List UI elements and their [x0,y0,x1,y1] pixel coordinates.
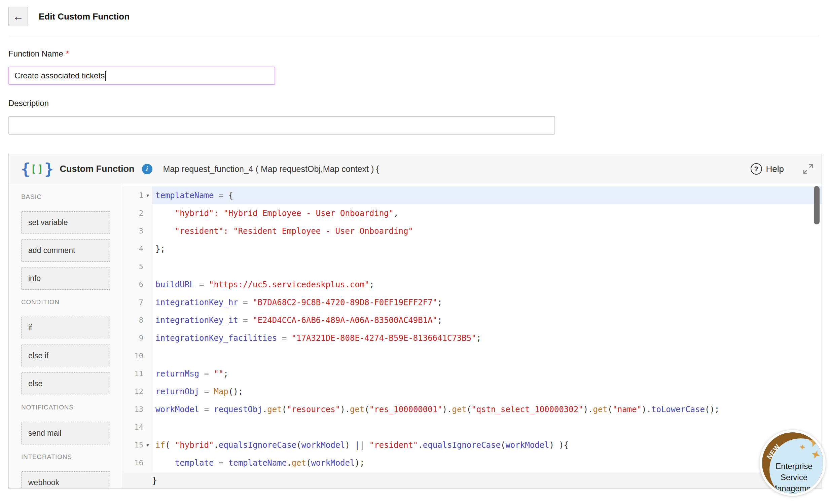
line-gutter: 10 [122,347,152,365]
code-lines: 1▾templateName = {2 "hybrid": "Hybrid Em… [122,186,822,472]
sidebar-section-label-integrations: INTEGRATIONS [21,453,122,461]
code-text: integrationKey_it = "E24D4CCA-6AB6-489A-… [152,311,822,329]
description-label: Description [8,99,49,108]
code-line-1[interactable]: 1▾templateName = { [122,186,822,204]
line-number: 1 [139,191,143,200]
code-editor[interactable]: 1▾templateName = {2 "hybrid": "Hybrid Em… [122,184,822,488]
code-line-2[interactable]: 2 "hybrid": "Hybrid Employee - User Onbo… [122,204,822,222]
code-text: templateName = { [152,186,822,204]
line-number: 3 [139,227,143,235]
snippet-sidebar: BASICset variableadd commentinfoCONDITIO… [9,184,122,488]
line-gutter: 7 [122,293,152,311]
expand-icon[interactable] [802,163,814,175]
fold-arrow-icon[interactable]: ▾ [143,192,152,199]
line-gutter: 16 [122,454,152,472]
line-number: 7 [139,298,143,307]
line-gutter: 2 [122,204,152,222]
snippet-button-webhook[interactable]: webhook [21,471,110,488]
sidebar-section-label-basic: BASIC [21,193,122,201]
snippet-button-if[interactable]: if [21,317,110,339]
line-gutter: 1▾ [122,186,152,204]
line-number: 15 [135,441,144,449]
code-line-11[interactable]: 11returnMsg = ""; [122,365,822,383]
code-line-13[interactable]: 13workModel = requestObj.get("resources"… [122,400,822,418]
custom-function-panel: {[]} Custom Function i Map request_funct… [8,154,822,489]
custom-function-icon: {[]} [21,161,54,177]
line-number: 5 [139,262,143,271]
code-text: returnMsg = ""; [152,365,822,383]
line-gutter: 3 [122,222,152,240]
required-marker: * [66,49,69,58]
back-arrow-icon: ← [13,11,24,22]
help-button[interactable]: ? Help [751,154,784,184]
snippet-button-else-if[interactable]: else if [21,345,110,367]
page-title: Edit Custom Function [39,11,130,22]
code-line-12[interactable]: 12returnObj = Map(); [122,383,822,400]
code-text: integrationKey_facilities = "17A321DE-80… [152,329,822,347]
header-divider [8,36,819,36]
line-number: 6 [139,280,143,289]
editor-footer: } [122,472,822,488]
line-number: 10 [135,352,144,360]
edit-custom-function-page: ← Edit Custom Function Function Name* Cr… [0,0,829,504]
code-text: returnObj = Map(); [152,383,822,400]
code-text: template = templateName.get(workModel); [152,454,822,472]
line-number: 16 [135,459,144,467]
code-line-15[interactable]: 15▾if( "hybrid".equalsIgnoreCase(workMod… [122,436,822,454]
code-line-16[interactable]: 16 template = templateName.get(workModel… [122,454,822,472]
code-line-14[interactable]: 14 [122,418,822,436]
code-text: buildURL = "https://uc5.servicedeskplus.… [152,276,822,293]
line-number: 14 [135,423,144,431]
line-gutter: 4 [122,240,152,258]
function-closing-brace: } [152,475,157,485]
line-number: 8 [139,316,143,324]
code-text: "resident": "Resident Employee - User On… [152,222,822,240]
code-text [152,347,822,365]
code-line-6[interactable]: 6buildURL = "https://uc5.servicedeskplus… [122,276,822,293]
function-name-input[interactable]: Create associated tickets [8,67,275,85]
line-number: 12 [135,387,144,396]
sidebar-section-label-notifications: NOTIFICATIONS [21,404,122,411]
function-signature: Map request_function_4 ( Map requestObj,… [163,164,379,174]
code-line-4[interactable]: 4}; [122,240,822,258]
description-input[interactable] [8,116,555,135]
snippet-button-set-variable[interactable]: set variable [21,211,110,234]
snippet-button-info[interactable]: info [21,267,110,290]
line-gutter: 15▾ [122,436,152,454]
snippet-button-add-comment[interactable]: add comment [21,239,110,262]
code-line-5[interactable]: 5 [122,258,822,276]
code-line-9[interactable]: 9integrationKey_facilities = "17A321DE-8… [122,329,822,347]
back-button[interactable]: ← [8,7,28,26]
code-text: workModel = requestObj.get("resources").… [152,400,822,418]
line-gutter: 11 [122,365,152,383]
code-line-7[interactable]: 7integrationKey_hr = "B7DA68C2-9C8B-4720… [122,293,822,311]
line-gutter: 5 [122,258,152,276]
line-number: 11 [135,369,144,378]
line-gutter: 14 [122,418,152,436]
line-gutter: 9 [122,329,152,347]
code-text [152,418,822,436]
line-number: 9 [139,334,143,342]
function-name-label: Function Name* [8,49,69,59]
code-line-8[interactable]: 8integrationKey_it = "E24D4CCA-6AB6-489A… [122,311,822,329]
line-number: 2 [139,209,143,217]
snippet-button-send-mail[interactable]: send mail [21,422,110,444]
code-line-3[interactable]: 3 "resident": "Resident Employee - User … [122,222,822,240]
help-icon: ? [751,163,762,175]
line-gutter: 12 [122,383,152,400]
fold-arrow-icon[interactable]: ▾ [143,442,152,448]
line-number: 13 [135,405,144,413]
editor-scrollbar[interactable] [814,186,820,224]
code-text: }; [152,240,822,258]
line-gutter: 8 [122,311,152,329]
code-text [152,258,822,276]
snippet-button-else[interactable]: else [21,372,110,395]
code-line-10[interactable]: 10 [122,347,822,365]
badge-text: Enterprise Service Management [762,461,823,494]
panel-header: {[]} Custom Function i Map request_funct… [9,154,822,184]
info-icon[interactable]: i [142,164,152,174]
code-text: if( "hybrid".equalsIgnoreCase(workModel)… [152,436,822,454]
esm-promo-badge[interactable]: NEW Enterprise Service Management [760,430,826,496]
function-name-value: Create associated tickets [14,71,105,80]
panel-title: Custom Function [60,164,135,174]
